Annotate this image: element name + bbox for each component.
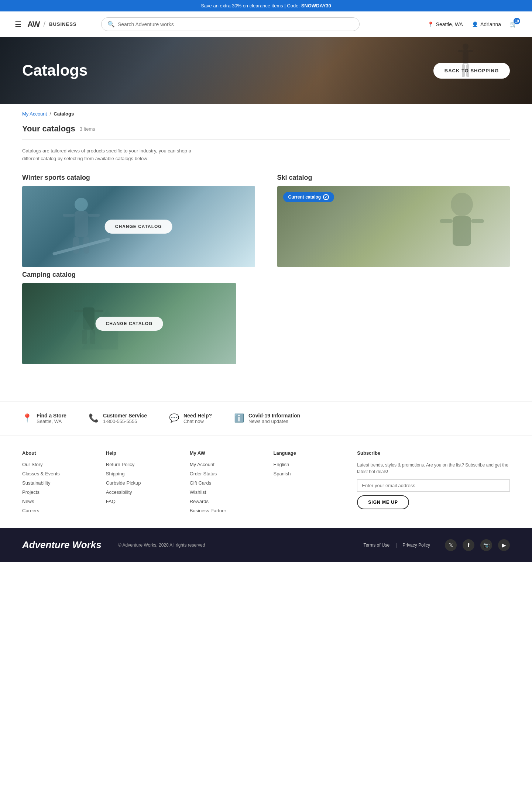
svg-rect-2 [458,50,463,52]
footer-link-rewards[interactable]: Rewards [190,499,266,504]
user-label: Adrianna [480,21,501,27]
footer-col-myaw: My AW My Account Order Status Gift Cards… [190,450,266,517]
footer-links: About Our Story Classes & Events Sustain… [0,436,532,528]
footer-social: 𝕏 f 📷 ▶ [445,539,510,551]
subscribe-email-input[interactable] [357,479,510,492]
footer-info-covid[interactable]: ℹ️ Covid-19 Information News and updates [234,413,300,424]
footer-store-sub: Seattle, WA [37,419,66,424]
user-icon: 👤 [472,21,478,27]
change-catalog-camping-button[interactable]: CHANGE CATALOG [96,317,163,331]
footer-help-sub: Chat now [183,419,212,424]
catalog-single-row: Camping catalog C [22,271,510,364]
user-action[interactable]: 👤 Adrianna [472,21,501,27]
footer-link-accessibility[interactable]: Accessibility [106,489,182,495]
check-circle-icon: ✓ [323,194,329,200]
instagram-icon[interactable]: 📷 [480,539,492,551]
location-action[interactable]: 📍 Seattle, WA [428,21,463,27]
footer-link-orderstatus[interactable]: Order Status [190,471,266,476]
location-label: Seattle, WA [436,21,463,27]
svg-rect-16 [471,219,484,223]
footer-link-bizpartner[interactable]: Business Partner [190,508,266,513]
change-catalog-winter-button[interactable]: CHANGE CATALOG [105,220,172,234]
header-actions: 📍 Seattle, WA 👤 Adrianna 🛒 10 [428,21,517,28]
footer-privacy[interactable]: Privacy Policy [402,543,430,548]
footer-link-classes[interactable]: Classes & Events [22,471,99,476]
footer-link-english[interactable]: English [273,462,350,467]
footer-myaw-title: My AW [190,450,266,456]
footer-link-return[interactable]: Return Policy [106,462,182,467]
current-catalog-badge[interactable]: Current catalog ✓ [283,192,334,202]
footer-link-news[interactable]: News [22,499,99,504]
phone-icon: 📞 [89,413,99,423]
catalog-camping-image: CHANGE CATALOG [22,283,236,364]
footer-link-curbside[interactable]: Curbside Pickup [106,480,182,486]
footer-link-shipping[interactable]: Shipping [106,471,182,476]
footer-col-subscribe: Subscribe Latest trends, styles & promot… [357,450,510,517]
footer-link-projects[interactable]: Projects [22,489,99,495]
svg-rect-19 [74,310,83,312]
footer-link-wishlist[interactable]: Wishlist [190,489,266,495]
hero-silhouette [454,41,477,85]
footer-store-title: Find a Store [37,413,66,419]
catalog-ski-image: Current catalog ✓ [277,186,510,267]
ski-decorative [429,190,495,264]
footer-link-myaccount[interactable]: My Account [190,462,266,467]
breadcrumb-current: Catalogs [54,111,74,117]
footer-copyright: © Adventure Works, 2020 All rights reser… [118,543,349,548]
footer-logo: Adventure Works [22,539,103,551]
footer-link-sustainability[interactable]: Sustainability [22,480,99,486]
chat-icon: 💬 [169,413,179,423]
hero-title: Catalogs [22,62,87,79]
footer-covid-sub: News and updates [248,419,300,424]
catalog-winter-name: Winter sports catalog [22,174,255,182]
header: ☰ AW/BUSINESS 🔍 📍 Seattle, WA 👤 Adrianna… [0,11,532,37]
footer-info-service[interactable]: 📞 Customer Service 1-800-555-5555 [89,413,147,424]
store-icon: 📍 [22,413,32,423]
main-content: Your catalogs 3 items Catalogs are tailo… [0,120,532,386]
footer-col-language: Language English Spanish [273,450,350,517]
promo-bar: Save an extra 30% on clearance items | C… [0,0,532,11]
footer-language-title: Language [273,450,350,456]
youtube-icon[interactable]: ▶ [498,539,510,551]
svg-point-6 [75,198,88,211]
subscribe-text: Latest trends, styles & promotions. Are … [357,462,510,475]
hamburger-icon[interactable]: ☰ [15,20,21,29]
footer-help-title: Need Help? [183,413,212,419]
svg-rect-10 [73,237,79,254]
svg-rect-4 [462,64,465,77]
sign-me-up-button[interactable]: SIGN ME UP [357,495,409,509]
catalogs-title: Your catalogs [22,124,75,134]
hero-banner: Catalogs BACK TO SHOPPING [0,37,532,104]
breadcrumb: My Account / Catalogs [0,104,532,120]
catalog-grid: Winter sports catalog CHANGE CATALOG [22,174,510,267]
footer-col-about: About Our Story Classes & Events Sustain… [22,450,99,517]
footer-terms[interactable]: Terms of Use [364,543,390,548]
search-input[interactable] [118,21,353,27]
footer-link-giftcards[interactable]: Gift Cards [190,480,266,486]
footer-covid-title: Covid-19 Information [248,413,300,419]
footer-link-spanish[interactable]: Spanish [273,471,350,476]
item-count: 3 items [80,126,95,132]
footer-info-store[interactable]: 📍 Find a Store Seattle, WA [22,413,66,424]
catalog-camping-name: Camping catalog [22,271,236,279]
logo-aw: AW [27,20,40,29]
footer-link-faq[interactable]: FAQ [106,499,182,504]
search-bar[interactable]: 🔍 [101,17,360,31]
facebook-icon[interactable]: f [463,539,474,551]
catalog-item-ski: Ski catalog Current catalog ✓ [277,174,510,267]
catalog-ski-name: Ski catalog [277,174,510,182]
cart-action[interactable]: 🛒 10 [510,21,517,28]
footer-info-help[interactable]: 💬 Need Help? Chat now [169,413,212,424]
breadcrumb-parent[interactable]: My Account [22,111,47,117]
svg-rect-9 [88,214,100,217]
twitter-icon[interactable]: 𝕏 [445,539,457,551]
section-divider [22,140,510,140]
svg-rect-8 [63,214,75,217]
footer-service-title: Customer Service [103,413,147,419]
footer-link-careers[interactable]: Careers [22,508,99,513]
location-icon: 📍 [428,21,434,27]
svg-rect-7 [75,211,88,237]
footer-link-our-story[interactable]: Our Story [22,462,99,467]
footer-about-title: About [22,450,99,456]
svg-point-0 [463,44,468,49]
